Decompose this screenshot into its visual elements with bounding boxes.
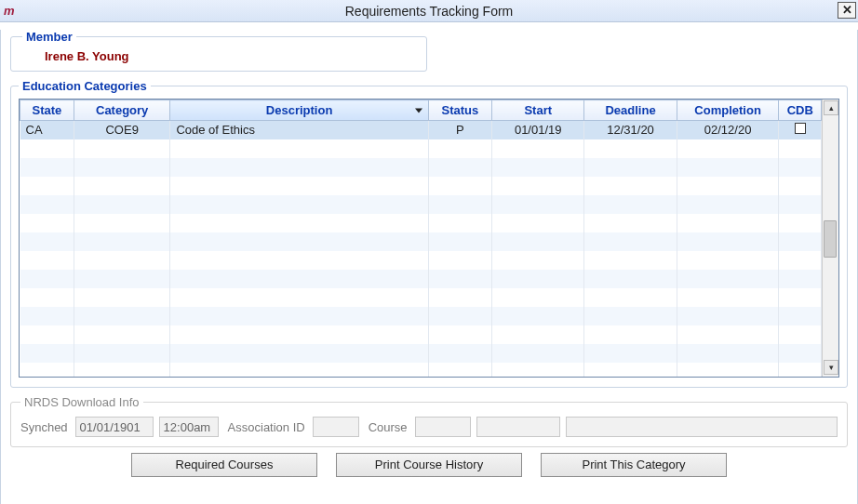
table-row-empty — [20, 177, 822, 195]
dropdown-arrow-icon[interactable] — [415, 108, 422, 113]
table-row-empty — [20, 270, 822, 288]
table-row-empty — [20, 307, 822, 325]
education-fieldset: Education Categories — [10, 79, 848, 388]
required-courses-button[interactable]: Required Courses — [131, 453, 317, 477]
checkbox-icon — [795, 123, 806, 134]
nrds-fieldset: NRDS Download Info Synched Association I… — [10, 395, 848, 447]
close-button[interactable]: ✕ — [838, 2, 856, 19]
title-bar: m Requirements Tracking Form ✕ — [0, 0, 858, 22]
window-title: Requirements Tracking Form — [345, 4, 514, 19]
nrds-legend: NRDS Download Info — [20, 395, 143, 409]
table-row-empty — [20, 232, 822, 251]
col-deadline[interactable]: Deadline — [584, 100, 677, 121]
col-completion[interactable]: Completion — [677, 100, 779, 121]
table-row-empty — [20, 158, 822, 177]
table-row-empty — [20, 288, 822, 307]
cell-cdb[interactable] — [779, 121, 822, 139]
main-area: Member Irene B. Young Education Categori… — [0, 30, 858, 504]
course-field-a[interactable] — [415, 417, 471, 437]
table-row-empty — [20, 344, 822, 363]
association-id-label: Association ID — [228, 420, 305, 434]
col-status[interactable]: Status — [428, 100, 491, 121]
table-row-empty — [20, 325, 822, 344]
scrollbar[interactable]: ▴ ▾ — [822, 99, 838, 377]
cell-completion: 02/12/20 — [677, 121, 779, 139]
association-id-field[interactable] — [313, 417, 359, 437]
course-field-b[interactable] — [476, 417, 560, 437]
member-legend: Member — [22, 30, 76, 44]
cell-deadline: 12/31/20 — [584, 121, 677, 139]
button-row: Required Courses Print Course History Pr… — [1, 453, 857, 477]
print-course-history-button[interactable]: Print Course History — [336, 453, 522, 477]
member-name: Irene B. Young — [45, 49, 417, 63]
col-description[interactable]: Description — [170, 100, 428, 121]
table-row-empty — [20, 214, 822, 232]
table-row-empty — [20, 195, 822, 214]
col-cdb[interactable]: CDB — [779, 100, 822, 121]
scroll-up-icon[interactable]: ▴ — [824, 100, 838, 115]
col-category[interactable]: Category — [74, 100, 169, 121]
synched-time-field[interactable] — [159, 417, 219, 437]
scroll-down-icon[interactable]: ▾ — [824, 360, 838, 375]
grid-header-row: State Category Description Status Start … — [20, 100, 822, 121]
synched-date-field[interactable] — [75, 417, 154, 437]
cell-category: COE9 — [74, 121, 169, 139]
cell-description: Code of Ethics — [170, 121, 428, 139]
cell-start: 01/01/19 — [492, 121, 584, 139]
table-row-empty — [20, 251, 822, 270]
table-row-empty — [20, 363, 822, 378]
cell-status: P — [428, 121, 491, 139]
col-start[interactable]: Start — [492, 100, 584, 121]
table-row[interactable]: CA COE9 Code of Ethics P 01/01/19 12/31/… — [20, 121, 822, 139]
education-grid: State Category Description Status Start … — [19, 99, 839, 378]
course-field-c[interactable] — [566, 417, 838, 437]
education-legend: Education Categories — [19, 79, 151, 93]
col-state[interactable]: State — [20, 100, 74, 121]
scroll-thumb[interactable] — [824, 220, 837, 258]
cell-state: CA — [20, 121, 74, 139]
print-this-category-button[interactable]: Print This Category — [541, 453, 727, 477]
member-fieldset: Member Irene B. Young — [10, 30, 427, 72]
table-row-empty — [20, 139, 822, 158]
synched-label: Synched — [20, 420, 68, 434]
app-icon: m — [4, 4, 19, 19]
course-label: Course — [369, 420, 408, 434]
